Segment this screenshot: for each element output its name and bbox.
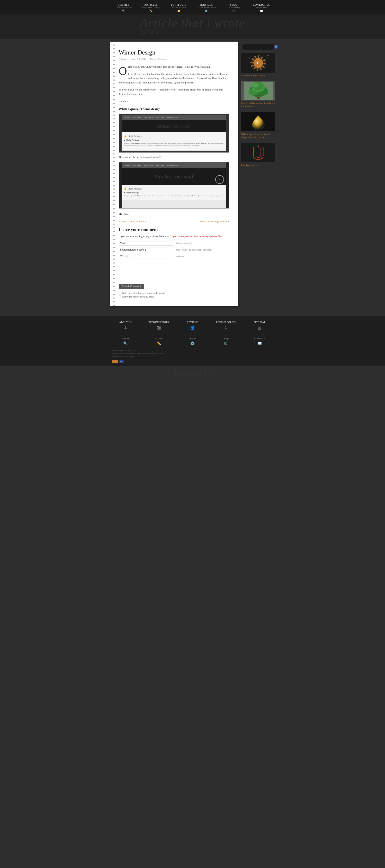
footer-bottom-title-contact: Contact Us xyxy=(244,337,275,340)
article-notebook: Winter Design Published October 5th, 201… xyxy=(110,41,238,306)
sidebar-item-emotional[interactable]: Web design. From Emotional image to the … xyxy=(241,112,275,139)
footer-col-title-about: About Us xyxy=(110,321,141,323)
nav-item-portfolio[interactable]: PORTFOLIO Selected materials 📁 xyxy=(165,2,192,13)
followup-label: Notify me of follow-up comments by email xyxy=(122,292,165,294)
logo-thumbnail xyxy=(241,143,275,162)
nav-sub-articles: Stories about Creativity xyxy=(138,6,164,8)
cv-thumbnail: C eb V xyxy=(241,53,275,73)
footer-bottom-icon-shop: 🛒 xyxy=(211,341,242,345)
footer-bottom-themes[interactable]: Themes 🔍 xyxy=(110,337,141,345)
footer-col-title-reviews: Reviews xyxy=(177,321,208,323)
footer-bottom-icon-themes: 🔍 xyxy=(110,341,141,345)
footer-col-title-design-history: Design History xyxy=(143,321,174,323)
nav-icon-articles: ✏️ xyxy=(138,9,164,12)
nav-title-contact: CONTACT US xyxy=(249,3,274,6)
nav-sub-themes: The Face of Website xyxy=(111,6,136,8)
followup-checkbox[interactable] xyxy=(119,292,121,294)
nav-item-shop[interactable]: SHOP Choose and Pay 🛒 xyxy=(220,2,248,13)
emotional-label: Web design. From Emotional image to the … xyxy=(241,132,275,139)
article-meta: Published October 5th, 2012 by Maxim Agr… xyxy=(119,58,229,60)
website-input[interactable] xyxy=(119,254,173,259)
watermark: WebTalkTo xyxy=(0,366,385,378)
name-input[interactable] xyxy=(119,241,173,246)
tree-label: Idea for slideshow as a foundation for t… xyxy=(241,102,275,108)
email-placeholder-label xyxy=(175,247,229,252)
nav-item-themes[interactable]: THEMES The Face of Website 🔍 xyxy=(110,2,137,13)
footer-col-title-sitemap: Site Map xyxy=(244,321,275,323)
logo-label: Logotype concept xyxy=(241,163,275,167)
article-wrapper: Winter Design Published October 5th, 201… xyxy=(110,41,238,306)
site-footer: About Us ♟ Design History 🎬 Reviews 👤 Re… xyxy=(0,316,385,366)
tree-thumbnail xyxy=(241,81,275,100)
nav-icon-themes: 🔍 xyxy=(111,9,136,12)
nav-title-portfolio: PORTFOLIO xyxy=(166,3,191,6)
nav-sub-services: Concept and Realization xyxy=(193,6,219,8)
para-2: I can already feel the breath of the win… xyxy=(119,72,229,85)
comment-textarea[interactable] xyxy=(119,262,229,281)
para-4: Here it is. xyxy=(119,99,229,104)
nav-icon-services: ⚙️ xyxy=(193,9,219,12)
badge-blue: 🔷 xyxy=(119,360,124,363)
nav-item-services[interactable]: SERVICES Concept and Realization ⚙️ xyxy=(192,2,220,13)
logotype-svg xyxy=(244,144,273,162)
footer-bottom-icon-contact: ✉️ xyxy=(244,341,275,345)
prev-post-link[interactable]: Inner shadow with CSS xyxy=(121,220,146,223)
footer-bottom-icon-services: ⚙️ xyxy=(177,341,208,345)
credit-line-3: Created by Maxim Agrosky xyxy=(113,355,273,358)
existing-label: The existing theme design (not winter!?) xyxy=(119,155,229,159)
nav-sub-contact: Keep in Touch xyxy=(249,6,274,8)
para-3: So I just had a feeling that the web – I… xyxy=(119,88,229,96)
nav-sub-portfolio: Selected materials xyxy=(166,6,191,8)
main-nav: THEMES The Face of Website 🔍 ARTICLES St… xyxy=(0,0,385,15)
search-input[interactable] xyxy=(244,46,274,49)
submit-button[interactable]: Submit Comment xyxy=(119,284,144,289)
newposts-label: Notify me of new posts by email xyxy=(122,295,154,298)
newposts-checkbox[interactable] xyxy=(119,296,121,298)
search-box[interactable] xyxy=(241,44,275,50)
maybe-text: May be... xyxy=(119,212,229,216)
footer-col-refund[interactable]: Refund Policy ↻ xyxy=(211,321,242,330)
next-post[interactable]: What I'm Writing About? xyxy=(200,220,229,223)
nav-title-articles: ARTICLES xyxy=(138,3,164,6)
nav-item-contact[interactable]: CONTACT US Keep in Touch ✉️ xyxy=(248,2,275,13)
footer-col-reviews[interactable]: Reviews 👤 xyxy=(177,321,208,330)
footer-bottom-contact[interactable]: Contact Us ✉️ xyxy=(244,337,275,345)
footer-bottom-articles[interactable]: Articles ✏️ xyxy=(143,337,174,345)
nav-sub-shop: Choose and Pay xyxy=(221,6,247,8)
email-input[interactable] xyxy=(119,247,173,252)
droplet-thumbnail xyxy=(241,112,275,131)
footer-icon-sitemap: ▦ xyxy=(244,326,275,330)
footer-col-design-history[interactable]: Design History 🎬 xyxy=(143,321,174,330)
footer-bottom-title-shop: Shop xyxy=(211,337,242,340)
hero-flip-text: ʇsɹıɟ xyxy=(140,28,245,38)
nav-icon-contact: ✉️ xyxy=(249,9,274,12)
footer-col-sitemap[interactable]: Site Map ▦ xyxy=(244,321,275,330)
warning-highlight: If you come just for link building - ple… xyxy=(170,235,223,238)
footer-bottom-services[interactable]: Services ⚙️ xyxy=(177,337,208,345)
next-post-link[interactable]: What I'm Writing About? xyxy=(200,220,227,223)
sidebar-item-tree[interactable]: Idea for slideshow as a foundation for t… xyxy=(241,81,275,108)
comment-warning: If you have something to say - please We… xyxy=(119,235,229,238)
badge-orange: 🔸 xyxy=(113,360,118,363)
credit-line-2: WebTalkTo Built and Operates on WordPres… xyxy=(113,352,273,355)
footer-bottom-title-articles: Articles xyxy=(143,337,174,340)
footer-col-about[interactable]: About Us ♟ xyxy=(110,321,141,330)
website-placeholder-label xyxy=(175,254,229,258)
footer-icon-about: ♟ xyxy=(110,326,141,330)
prev-post[interactable]: Inner shadow with CSS xyxy=(119,220,146,223)
footer-bottom-icon-articles: ✏️ xyxy=(143,341,174,345)
nav-item-articles[interactable]: ARTICLES Stories about Creativity ✏️ xyxy=(137,2,165,13)
sidebar-item-logo[interactable]: Logotype concept xyxy=(241,143,275,167)
droplet-svg xyxy=(244,113,273,131)
sidebar-item-cv[interactable]: C eb V Curriculum Vitae Design xyxy=(241,53,275,77)
article-title: Winter Design xyxy=(119,49,229,56)
screenshot-2: THEMESARTICLESPORTFOLIOSERVICESCONTACT U… xyxy=(119,162,229,209)
sidebar: C eb V Curriculum Vitae Design xyxy=(241,44,275,306)
nav-title-themes: THEMES xyxy=(111,3,136,6)
screenshot-1: THEMESARTICLESPORTFOLIOSERVICESCONTACT U… xyxy=(119,114,229,153)
name-placeholder-label xyxy=(175,241,229,245)
footer-bottom-shop[interactable]: Shop 🛒 xyxy=(211,337,242,345)
drop-cap: O xyxy=(119,65,127,77)
comment-section: Leave your comment If you have something… xyxy=(119,227,229,298)
nav-icon-shop: 🛒 xyxy=(221,9,247,12)
